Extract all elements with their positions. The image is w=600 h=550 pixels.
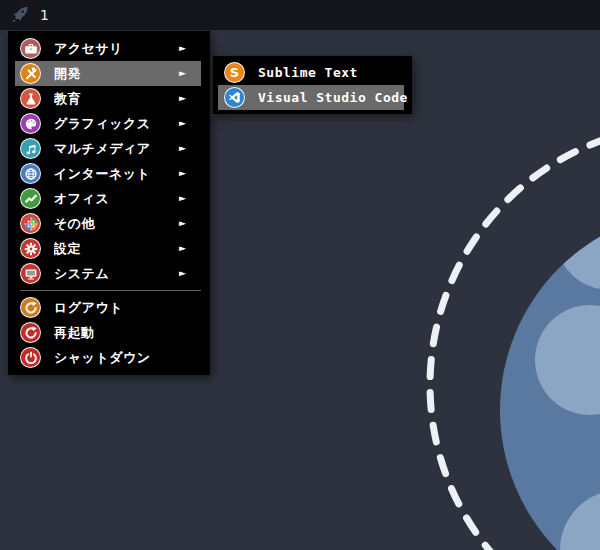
submenu-arrow-icon: ► [179, 236, 201, 261]
submenu-arrow-icon: ► [179, 211, 201, 236]
menu-item-graphics[interactable]: グラフィックス ► [15, 111, 201, 136]
other-icon [20, 213, 41, 234]
system-icon [20, 263, 41, 284]
education-icon [20, 88, 41, 109]
sublime-text-icon: S [224, 62, 245, 83]
office-icon [20, 188, 41, 209]
app-launcher-button[interactable] [9, 4, 31, 26]
submenu-item-visual-studio-code[interactable]: Visual Studio Code [218, 85, 404, 110]
settings-icon [20, 238, 41, 259]
menu-item-label: シャットダウン [54, 349, 201, 367]
menu-item-logout[interactable]: ログアウト [15, 295, 201, 320]
applications-menu: アクセサリ ► 開発 ► 教育 ► [8, 31, 210, 375]
submenu-arrow-icon: ► [179, 136, 201, 161]
vscode-icon [224, 87, 245, 108]
menu-item-multimedia[interactable]: マルチメディア ► [15, 136, 201, 161]
menu-item-development[interactable]: 開発 ► [15, 61, 201, 86]
development-submenu: S Sublime Text Visual Studio Code [213, 56, 412, 114]
development-icon [20, 63, 41, 84]
sublime-s-glyph: S [230, 66, 239, 79]
rocket-icon [10, 5, 30, 25]
submenu-item-label: Sublime Text [258, 65, 358, 80]
desktop: { "topbar": { "workspace": "1" }, "menu"… [0, 0, 600, 550]
menu-item-education[interactable]: 教育 ► [15, 86, 201, 111]
submenu-arrow-icon: ► [179, 36, 201, 61]
submenu-arrow-icon: ► [179, 261, 201, 286]
menu-item-label: マルチメディア [54, 140, 179, 158]
internet-icon [20, 163, 41, 184]
menu-item-settings[interactable]: 設定 ► [15, 236, 201, 261]
logout-icon [20, 297, 41, 318]
menu-item-label: インターネット [54, 165, 179, 183]
menu-item-internet[interactable]: インターネット ► [15, 161, 201, 186]
menu-item-label: グラフィックス [54, 115, 179, 133]
menu-item-label: 設定 [54, 240, 179, 258]
submenu-arrow-icon: ► [179, 111, 201, 136]
menu-item-label: 開発 [54, 65, 179, 83]
menu-item-restart[interactable]: 再起動 [15, 320, 201, 345]
accessories-icon [20, 38, 41, 59]
submenu-arrow-icon: ► [179, 186, 201, 211]
graphics-icon [20, 113, 41, 134]
submenu-arrow-icon: ► [179, 86, 201, 111]
top-bar: 1 [0, 0, 600, 30]
menu-item-label: 再起動 [54, 324, 201, 342]
menu-item-label: アクセサリ [54, 40, 179, 58]
menu-item-office[interactable]: オフィス ► [15, 186, 201, 211]
submenu-arrow-icon: ► [179, 61, 201, 86]
shutdown-icon [20, 347, 41, 368]
submenu-arrow-icon: ► [179, 161, 201, 186]
menu-item-shutdown[interactable]: シャットダウン [15, 345, 201, 370]
menu-item-label: システム [54, 265, 179, 283]
menu-separator [20, 290, 201, 291]
menu-item-label: ログアウト [54, 299, 201, 317]
restart-icon [20, 322, 41, 343]
workspace-indicator[interactable]: 1 [40, 7, 49, 23]
menu-item-system[interactable]: システム ► [15, 261, 201, 286]
menu-item-label: 教育 [54, 90, 179, 108]
menu-item-accessories[interactable]: アクセサリ ► [15, 36, 201, 61]
menu-item-label: その他 [54, 215, 179, 233]
submenu-item-sublime-text[interactable]: S Sublime Text [218, 60, 404, 85]
multimedia-icon [20, 138, 41, 159]
menu-item-label: オフィス [54, 190, 179, 208]
planet-illustration [500, 180, 600, 550]
menu-item-other[interactable]: その他 ► [15, 211, 201, 236]
submenu-item-label: Visual Studio Code [258, 90, 408, 105]
